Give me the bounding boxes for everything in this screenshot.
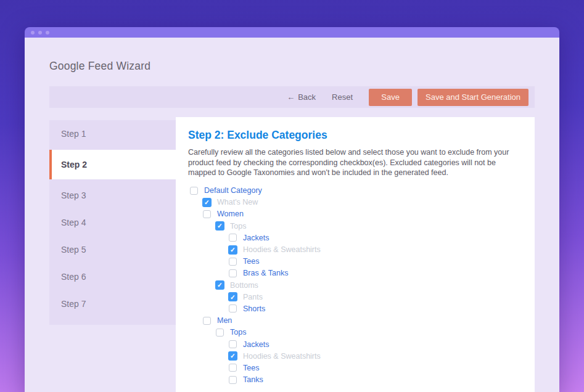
page-title: Google Feed Wizard [49, 60, 150, 73]
steps-sidebar: Step 1Step 2Step 3Step 4Step 5Step 6Step… [49, 120, 176, 325]
tree-row: Men [188, 315, 522, 327]
tree-row: ✓Tops [188, 220, 522, 232]
tree-row: ✓Hoodies & Sweatshirts [188, 350, 522, 362]
category-label[interactable]: Tanks [243, 375, 263, 384]
category-checkbox-unchecked[interactable] [203, 317, 211, 325]
tree-row: Shorts [188, 303, 522, 314]
toolbar: ←Back Reset Save Save and Start Generati… [49, 86, 535, 108]
back-arrow-icon: ← [287, 92, 295, 102]
category-label[interactable]: Men [217, 316, 232, 325]
category-label[interactable]: Hoodies & Sweatshirts [243, 352, 321, 361]
tree-row: Default Category [188, 185, 522, 197]
window-dot-icon[interactable] [46, 31, 49, 35]
window-dot-icon[interactable] [38, 31, 42, 35]
checkbox-slot [228, 364, 239, 372]
step-heading: Step 2: Exclude Categories [188, 128, 522, 142]
category-label[interactable]: Jackets [243, 340, 269, 349]
checkbox-slot [228, 234, 239, 242]
category-label[interactable]: Bras & Tanks [243, 269, 288, 277]
step-description: Carefully review all the categories list… [188, 147, 524, 178]
category-label[interactable]: Jackets [243, 234, 269, 242]
back-button[interactable]: ←Back [287, 92, 316, 102]
checkbox-slot [202, 210, 213, 218]
tree-row: Bras & Tanks [188, 267, 522, 279]
sidebar-item-step-1[interactable]: Step 1 [49, 120, 176, 147]
app-window: Google Feed Wizard ←Back Reset Save Save… [25, 27, 559, 392]
category-label[interactable]: Tops [230, 222, 246, 231]
category-label[interactable]: Hoodies & Sweatshirts [243, 245, 321, 254]
tree-row: ✓Bottoms [188, 279, 522, 291]
window-body: Google Feed Wizard ←Back Reset Save Save… [25, 38, 559, 392]
sidebar-item-label: Step 6 [61, 272, 86, 282]
tree-row: Tees [188, 256, 522, 267]
save-and-start-generation-button[interactable]: Save and Start Generation [417, 89, 528, 106]
checkbox-slot [228, 376, 239, 384]
category-checkbox-unchecked[interactable] [229, 258, 237, 266]
checkbox-slot [228, 340, 239, 348]
tree-row: ✓Pants [188, 291, 522, 303]
category-checkbox-unchecked[interactable] [229, 376, 237, 384]
sidebar-item-step-6[interactable]: Step 6 [49, 263, 176, 290]
save-button[interactable]: Save [369, 89, 412, 106]
checkbox-slot [228, 269, 239, 277]
window-controls [31, 31, 49, 35]
checkbox-slot [228, 304, 239, 312]
tree-row: Jackets [188, 338, 522, 350]
category-checkbox-checked[interactable]: ✓ [228, 245, 237, 255]
checkbox-slot: ✓ [215, 221, 226, 231]
checkbox-slot: ✓ [215, 280, 226, 290]
category-label[interactable]: Tops [230, 328, 246, 337]
category-checkbox-unchecked[interactable] [229, 234, 237, 242]
checkbox-slot: ✓ [202, 198, 213, 207]
tree-row: Tanks [188, 374, 522, 386]
tree-row: ✓Hoodies & Sweatshirts [188, 243, 522, 255]
sidebar-item-step-7[interactable]: Step 7 [49, 290, 176, 317]
category-checkbox-checked[interactable]: ✓ [215, 221, 224, 231]
sidebar-item-step-2[interactable]: Step 2 [49, 150, 176, 179]
checkbox-slot: ✓ [228, 245, 239, 255]
checkbox-slot [215, 329, 226, 337]
sidebar-item-label: Step 1 [61, 129, 86, 139]
window-dot-icon[interactable] [31, 31, 35, 35]
checkbox-slot [228, 258, 239, 266]
checkbox-slot: ✓ [228, 351, 239, 361]
sidebar-item-step-3[interactable]: Step 3 [49, 182, 176, 209]
category-checkbox-unchecked[interactable] [229, 304, 237, 312]
tree-row: Women [188, 208, 522, 220]
reset-button[interactable]: Reset [332, 92, 353, 102]
sidebar-item-label: Step 7 [61, 299, 86, 309]
category-label[interactable]: Tees [243, 364, 259, 372]
category-label[interactable]: What's New [217, 198, 258, 206]
sidebar-item-label: Step 2 [61, 160, 87, 169]
checkbox-slot [202, 317, 213, 325]
category-checkbox-unchecked[interactable] [229, 364, 237, 372]
sidebar-item-label: Step 3 [61, 190, 86, 200]
category-label[interactable]: Women [217, 210, 244, 218]
checkbox-slot: ✓ [228, 292, 239, 301]
main-panel: Step 2: Exclude Categories Carefully rev… [176, 117, 535, 392]
category-checkbox-checked[interactable]: ✓ [202, 198, 212, 207]
category-label[interactable]: Tees [243, 257, 259, 266]
sidebar-item-label: Step 5 [61, 245, 86, 255]
category-label[interactable]: Default Category [204, 186, 262, 195]
checkbox-slot [189, 187, 200, 195]
category-checkbox-checked[interactable]: ✓ [228, 351, 237, 361]
category-checkbox-checked[interactable]: ✓ [215, 280, 224, 290]
category-checkbox-unchecked[interactable] [203, 210, 211, 218]
category-label[interactable]: Bottoms [230, 281, 258, 290]
category-checkbox-unchecked[interactable] [216, 329, 224, 337]
category-checkbox-checked[interactable]: ✓ [228, 292, 237, 301]
tree-row: ✓What's New [188, 197, 522, 208]
category-label[interactable]: Shorts [243, 304, 265, 313]
category-checkbox-unchecked[interactable] [229, 340, 237, 348]
category-label[interactable]: Pants [243, 293, 263, 301]
tree-row: Jackets [188, 232, 522, 243]
sidebar-item-label: Step 4 [61, 218, 86, 227]
category-checkbox-unchecked[interactable] [190, 187, 198, 195]
category-checkbox-unchecked[interactable] [229, 269, 237, 277]
tree-row: Tops [188, 327, 522, 338]
tree-row: Tees [188, 362, 522, 374]
window-titlebar [25, 27, 559, 38]
sidebar-item-step-5[interactable]: Step 5 [49, 236, 176, 263]
sidebar-item-step-4[interactable]: Step 4 [49, 209, 176, 236]
